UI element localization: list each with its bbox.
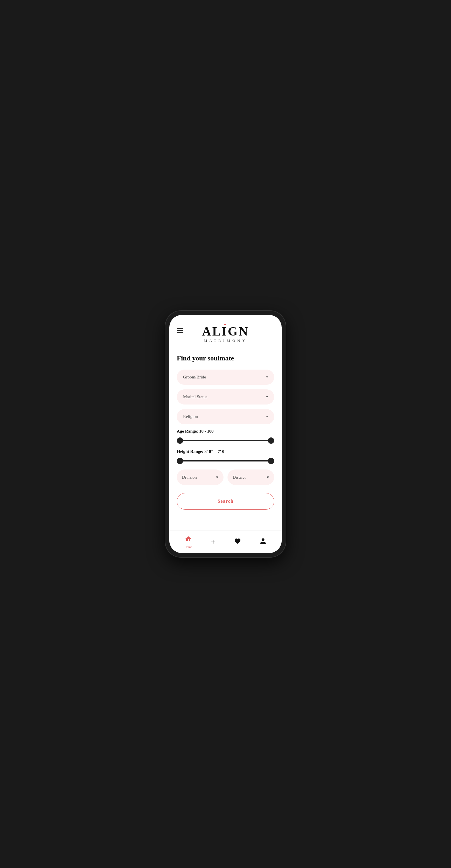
header: ♥ ALIGN MATRIMONY [169, 315, 282, 346]
page-title: Find your soulmate [177, 354, 274, 362]
app-logo: ♥ ALIGN [202, 325, 249, 338]
nav-profile[interactable] [260, 538, 266, 546]
height-range-section: Height Range: 3' 0" – 7' 0" [177, 449, 274, 464]
chevron-down-icon: ▾ [266, 414, 268, 419]
chevron-down-icon: ▾ [266, 395, 268, 399]
marital-status-dropdown[interactable]: Marital Status ▾ [177, 389, 274, 404]
age-range-label: Age Range: 18 - 100 [177, 429, 274, 434]
groom-bride-dropdown[interactable]: Groom/Bride ▾ [177, 370, 274, 385]
phone-screen: ♥ ALIGN MATRIMONY Find your soulmate Gro… [169, 315, 282, 553]
height-range-label: Height Range: 3' 0" – 7' 0" [177, 449, 274, 454]
district-dropdown[interactable]: District ▾ [227, 469, 274, 485]
district-label: District [233, 475, 246, 480]
religion-label: Religion [183, 414, 198, 419]
nav-favorites[interactable] [234, 538, 241, 546]
home-icon [185, 535, 192, 544]
logo-container: ♥ ALIGN MATRIMONY [177, 323, 274, 343]
chevron-down-icon: ▾ [216, 475, 218, 480]
menu-button[interactable] [177, 328, 183, 333]
profile-icon [260, 538, 266, 546]
groom-bride-label: Groom/Bride [183, 375, 206, 380]
phone-frame: ♥ ALIGN MATRIMONY Find your soulmate Gro… [165, 311, 286, 557]
age-range-slider[interactable] [177, 438, 274, 443]
search-button[interactable]: Search [177, 493, 274, 509]
age-range-section: Age Range: 18 - 100 [177, 429, 274, 443]
height-range-thumb-left[interactable] [177, 458, 183, 464]
chevron-down-icon: ▾ [266, 375, 268, 379]
height-range-thumb-right[interactable] [268, 458, 274, 464]
app-subtitle: MATRIMONY [204, 338, 247, 343]
location-dropdowns-row: Division ▾ District ▾ [177, 469, 274, 485]
bottom-nav: Home + [169, 530, 282, 553]
chevron-down-icon: ▾ [267, 475, 269, 480]
heart-nav-icon [234, 538, 241, 546]
nav-add[interactable]: + [211, 537, 216, 547]
division-label: Division [182, 475, 197, 480]
add-icon: + [211, 537, 216, 547]
heart-icon: ♥ [224, 323, 227, 327]
height-range-track [177, 460, 274, 462]
division-dropdown[interactable]: Division ▾ [177, 469, 224, 485]
height-range-slider[interactable] [177, 458, 274, 464]
app-content: ♥ ALIGN MATRIMONY Find your soulmate Gro… [169, 315, 282, 553]
nav-home-label: Home [185, 545, 192, 549]
religion-dropdown[interactable]: Religion ▾ [177, 409, 274, 424]
age-range-thumb-left[interactable] [177, 437, 183, 444]
nav-home[interactable]: Home [185, 535, 192, 549]
marital-status-label: Marital Status [183, 395, 207, 399]
age-range-thumb-right[interactable] [268, 437, 274, 444]
main-content: Find your soulmate Groom/Bride ▾ Marital… [169, 346, 282, 515]
age-range-track [177, 440, 274, 441]
